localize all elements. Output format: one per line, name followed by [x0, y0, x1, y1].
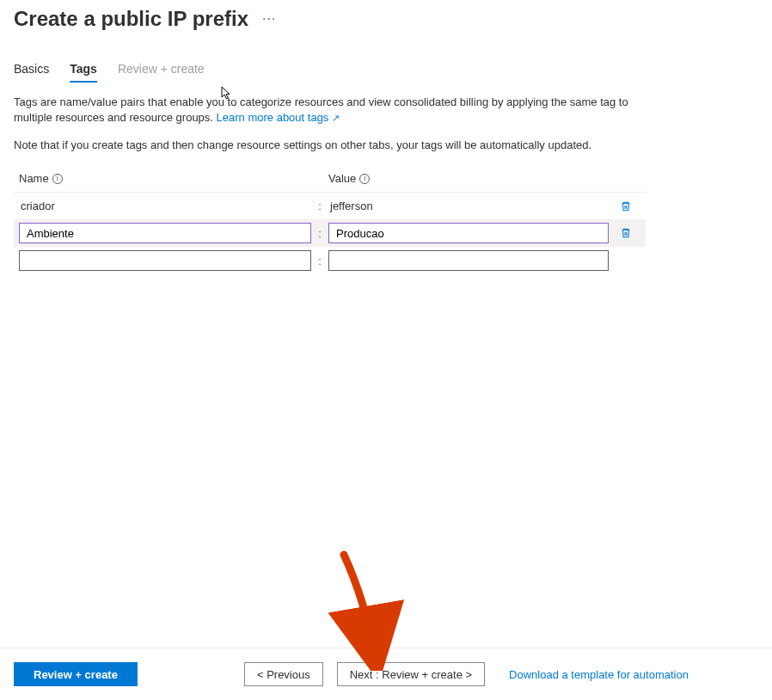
description-text: Tags are name/value pairs that enable yo…	[14, 95, 667, 126]
page-title: Create a public IP prefix	[14, 7, 248, 31]
external-link-icon: ↗	[332, 113, 340, 123]
tab-review-create[interactable]: Review + create	[118, 62, 205, 83]
previous-button[interactable]: < Previous	[244, 662, 323, 686]
table-header: Name i Value i	[14, 169, 646, 193]
tag-value-text: jefferson	[328, 196, 609, 216]
info-icon[interactable]: i	[359, 174, 370, 184]
tag-name-text: criador	[19, 196, 311, 216]
delete-icon[interactable]	[619, 226, 633, 240]
review-create-button[interactable]: Review + create	[14, 662, 138, 686]
next-button[interactable]: Next : Review + create >	[337, 662, 485, 686]
tag-name-input[interactable]	[19, 250, 311, 271]
tag-value-input[interactable]	[328, 223, 609, 243]
column-header-value: Value	[328, 172, 356, 185]
tab-bar: Basics Tags Review + create	[14, 62, 758, 83]
table-row: criador : jefferson	[14, 193, 646, 219]
table-row: :	[14, 247, 646, 274]
more-button[interactable]: ···	[259, 11, 279, 27]
tab-tags[interactable]: Tags	[70, 62, 97, 83]
learn-more-link[interactable]: Learn more about tags ↗	[217, 111, 340, 124]
info-icon[interactable]: i	[52, 174, 63, 184]
tab-basics[interactable]: Basics	[14, 62, 49, 83]
download-template-link[interactable]: Download a template for automation	[509, 668, 689, 681]
table-row: :	[14, 219, 646, 247]
footer-bar: Review + create < Previous Next : Review…	[0, 648, 772, 700]
separator: :	[311, 227, 328, 240]
delete-icon[interactable]	[619, 200, 633, 213]
separator: :	[311, 200, 328, 212]
tag-value-input[interactable]	[328, 250, 609, 271]
separator: :	[311, 255, 328, 267]
tags-table: Name i Value i criador : jefferson	[14, 169, 646, 274]
note-text: Note that if you create tags and then ch…	[14, 138, 667, 153]
column-header-name: Name	[19, 172, 49, 185]
tag-name-input[interactable]	[19, 223, 311, 243]
